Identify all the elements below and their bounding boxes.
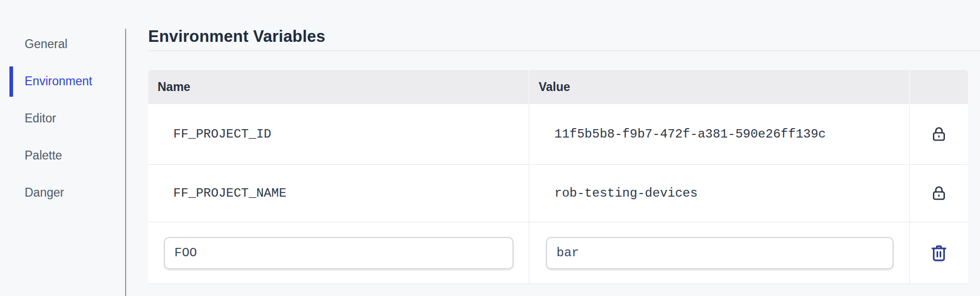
table-row-editable [148,222,968,284]
sidebar-item-label: Environment [25,74,92,88]
sidebar-item-general[interactable]: General [0,26,125,63]
sidebar-divider [125,29,126,296]
column-header-value: Value [529,70,909,104]
env-var-name-input[interactable] [164,237,514,269]
title-underline [148,50,980,51]
sidebar-item-environment[interactable]: Environment [0,63,125,100]
sidebar-item-label: General [25,37,68,51]
sidebar-item-danger[interactable]: Danger [0,174,125,211]
env-var-name: FF_PROJECT_NAME [148,165,529,222]
column-header-name: Name [148,70,529,104]
table-row: FF_PROJECT_ID 11f5b5b8-f9b7-472f-a381-59… [148,104,968,165]
active-indicator-bar [9,66,13,97]
page-title: Environment Variables [148,27,325,46]
settings-sidebar: General Environment Editor Palette Dange… [0,26,125,211]
sidebar-item-palette[interactable]: Palette [0,137,125,174]
sidebar-item-label: Danger [25,186,64,200]
env-var-value: rob-testing-devices [529,165,909,222]
env-var-value-input[interactable] [546,237,894,269]
sidebar-item-label: Editor [25,111,56,126]
sidebar-item-editor[interactable]: Editor [0,100,125,137]
lock-icon [928,183,950,204]
lock-icon [928,123,950,145]
env-var-name: FF_PROJECT_ID [148,104,529,164]
delete-variable-button[interactable] [927,241,951,266]
environment-settings-panel: Environment Variables Name Value FF_PROJ… [148,0,980,296]
column-header-actions [909,70,968,104]
table-row: FF_PROJECT_NAME rob-testing-devices [148,165,968,222]
table-header-row: Name Value [148,70,968,104]
env-var-value: 11f5b5b8-f9b7-472f-a381-590e26ff139c [529,104,909,164]
environment-variables-table: Name Value FF_PROJECT_ID 11f5b5b8-f9b7-4… [148,70,968,284]
trash-icon [929,243,949,264]
sidebar-item-label: Palette [25,149,62,163]
